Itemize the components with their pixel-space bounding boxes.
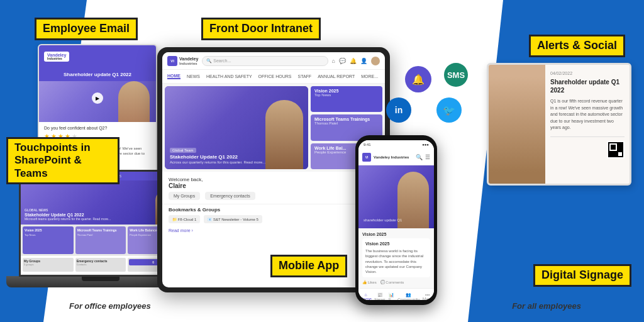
label-touchpoints: Touchpoints in SharePoint & Teams <box>6 137 119 184</box>
intranet-hero-area: Global Team Stakeholder Update Q1 2022 A… <box>162 84 385 172</box>
alerts-social-area: 🔔 SMS in 🐦 <box>386 63 468 132</box>
intranet-bookmarks-row: 📁 F8-Cloud 1 📧 S&T Newsletter - Volume 5 <box>169 215 379 223</box>
intranet-logo: VI VandeleyIndustries <box>167 56 198 66</box>
intranet-bookmarks-section: Bookmarks & Groups 📁 F8-Cloud 1 📧 S&T Ne… <box>162 204 385 226</box>
intranet-nav-health[interactable]: HEALTH AND SAFETY <box>206 74 252 79</box>
email-hero-image: ▶ <box>39 81 156 122</box>
phone-comments-btn[interactable]: 💬 Comments <box>380 280 404 284</box>
intranet-main-hero: Global Team Stakeholder Update Q1 2022 A… <box>165 86 308 169</box>
phone-hero-tag: shareholder update Q1 <box>364 218 402 222</box>
alert-linkedin-icon[interactable]: in <box>386 97 411 123</box>
alert-bell-icon[interactable]: 🔔 <box>405 66 431 92</box>
phone-content-area: Vision 2025 Vision 2025 The business wor… <box>358 228 434 288</box>
phone-nav-more[interactable]: •••More <box>423 292 433 300</box>
phone-signal: ●●● <box>422 143 429 147</box>
phone-search-icon[interactable]: 🔍 <box>416 154 423 160</box>
signage-title: Shareholder update Q1 2022 <box>550 78 625 94</box>
intranet-hero-text: Global Team Stakeholder Update Q1 2022 A… <box>170 143 265 164</box>
alert-twitter-icon[interactable]: 🐦 <box>436 97 462 123</box>
email-play-button[interactable]: ▶ <box>92 92 103 104</box>
laptop-bottom-section: My Groups 5 groups Emergency contacts Co… <box>21 256 180 274</box>
phone-menu-icon[interactable]: ☰ <box>425 154 430 160</box>
laptop-cards: Vision 2025 Top News Microsoft Teams Tra… <box>21 225 180 256</box>
laptop-notch <box>82 276 119 281</box>
intranet-user-avatar[interactable] <box>371 57 380 65</box>
intranet-hero-tag: Global Team <box>170 148 196 153</box>
label-alerts-social: Alerts & Social <box>529 35 625 57</box>
laptop-content: VI HOME NEWS INTERNAL SERVICES DEPARTMEN… <box>21 172 180 275</box>
card-sub-2: Thomas Patel <box>314 121 379 125</box>
label-employee-email: Employee Email <box>35 18 138 40</box>
intranet-nav-more[interactable]: MORE... <box>361 74 378 79</box>
intranet-welcome-row: My Groups Emergency contacts <box>162 192 385 204</box>
intranet-emergency-btn[interactable]: Emergency contacts <box>205 192 255 200</box>
phone-nav-news[interactable]: 📰News <box>374 292 386 300</box>
label-digital-signage: Digital Signage <box>533 264 631 287</box>
intranet-nav-annual[interactable]: ANNUAL REPORT <box>318 74 355 79</box>
intranet-hero-title: Stakeholder Update Q1 2022 <box>170 154 265 160</box>
signage-divider <box>550 136 625 137</box>
intranet-bell-icon[interactable]: 🔔 <box>350 58 357 64</box>
email-company-logo: VandeleyIndustries <box>44 52 69 62</box>
intranet-nav-news[interactable]: NEWS <box>187 74 200 79</box>
signage-image <box>489 65 545 184</box>
intranet-search-bar[interactable]: 🔍 Search... <box>202 56 328 66</box>
intranet-hero-subtitle: Across our quarterly returns for this qu… <box>170 160 265 164</box>
card-title-1: Vision 2025 <box>314 89 379 93</box>
intranet-chat-icon[interactable]: 💬 <box>339 58 346 64</box>
phone-likes-btn[interactable]: 👍 Likes <box>362 280 377 284</box>
card-title-2: Microsoft Teams Trainings <box>314 117 379 121</box>
intranet-welcome-text: Welcome back, <box>169 177 379 182</box>
phone-logo-text: Vandeley Industries <box>374 155 413 159</box>
phone-nav-community[interactable]: 👥Community <box>397 292 419 300</box>
phone-time: 9:41 <box>364 143 371 147</box>
phone-nav-home[interactable]: ⌂Home <box>360 292 372 300</box>
signage-date: 04/02/2022 <box>550 71 625 75</box>
intranet-bookmark-2[interactable]: 📧 S&T Newsletter - Volume 5 <box>204 215 262 223</box>
phone-bottom-nav: ⌂Home 📰News 📊S... 👥Community •••More <box>358 288 434 300</box>
intranet-nav-home[interactable]: HOME <box>167 74 180 79</box>
intranet-mygroups-btn[interactable]: My Groups <box>169 192 200 200</box>
intranet-logo-text: VandeleyIndustries <box>179 57 198 65</box>
intranet-nav-office[interactable]: OFFICE HOURS <box>258 74 292 79</box>
phone-hero-image: shareholder update Q1 <box>358 165 434 228</box>
laptop-bottom-block-1: My Groups 5 groups <box>23 258 74 272</box>
signage-body: Q1 is our fifth record revenue quarter i… <box>550 98 625 131</box>
mobile-device: 9:41 ●●● VI Vandeley Industries 🔍 ☰ shar… <box>355 135 437 305</box>
intranet-read-more[interactable]: Read more › <box>162 226 385 235</box>
phone-section-title: Vision 2025 <box>362 232 430 236</box>
label-mobile-app: Mobile App <box>270 255 347 277</box>
laptop-card-2: Microsoft Teams Trainings Thomas Patel <box>75 226 126 254</box>
card-sub-1: Top News <box>314 93 379 97</box>
intranet-bookmark-1[interactable]: 📁 F8-Cloud 1 <box>169 215 200 223</box>
intranet-bookmarks-title: Bookmarks & Groups <box>169 207 379 213</box>
intranet-home-icon[interactable]: ⌂ <box>332 58 335 64</box>
digital-signage-device: 04/02/2022 Shareholder update Q1 2022 Q1… <box>487 63 631 186</box>
phone-screen: 9:41 ●●● VI Vandeley Industries 🔍 ☰ shar… <box>358 140 434 300</box>
phone-topbar: VI Vandeley Industries 🔍 ☰ <box>358 149 434 165</box>
phone-article: Vision 2025 The business world is facing… <box>362 238 430 277</box>
intranet-side-card-1[interactable]: Vision 2025 Top News <box>311 86 382 112</box>
email-header: VandeleyIndustries <box>39 45 156 68</box>
intranet-people-icon[interactable]: 👤 <box>360 58 367 64</box>
intranet-welcome-section: Welcome back, Claire <box>162 172 385 192</box>
footer-all-employees: For all employees <box>512 301 581 311</box>
intranet-nav-bar: HOME NEWS HEALTH AND SAFETY OFFICE HOURS… <box>162 70 385 84</box>
intranet-user-name: Claire <box>169 182 379 189</box>
intranet-topbar: VI VandeleyIndustries 🔍 Search... ⌂ 💬 🔔 … <box>162 52 385 70</box>
intranet-logo-icon: VI <box>167 56 177 66</box>
laptop-hero-text: GLOBAL NEWS Stakeholder Update Q1 2022 M… <box>25 208 111 221</box>
phone-frame: 9:41 ●●● VI Vandeley Industries 🔍 ☰ shar… <box>355 135 437 305</box>
phone-status-bar: 9:41 ●●● <box>358 140 434 149</box>
alert-sms-icon[interactable]: SMS <box>444 63 468 87</box>
laptop-card-1: Vision 2025 Top News <box>23 226 74 254</box>
email-survey-question: Do you feel confident about Q2? <box>44 126 151 130</box>
intranet-nav-staff[interactable]: STAFF <box>298 74 312 79</box>
phone-nav-s[interactable]: 📊S... <box>388 292 395 300</box>
footer-office-employees: For office employees <box>69 301 151 311</box>
phone-hero-person <box>397 172 429 228</box>
signage-content: 04/02/2022 Shareholder update Q1 2022 Q1… <box>545 65 630 184</box>
phone-likes-row: 👍 Likes 💬 Comments <box>362 280 430 284</box>
signage-person-image <box>489 65 545 184</box>
phone-logo-icon: VI <box>362 153 371 162</box>
